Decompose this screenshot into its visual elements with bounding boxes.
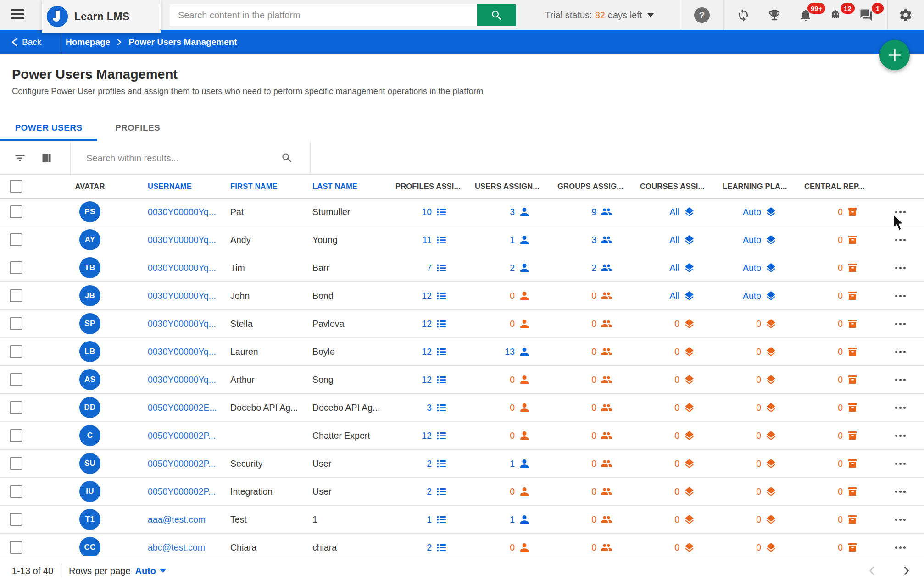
row-checkbox[interactable] xyxy=(10,513,22,526)
courses-assigned-cell[interactable]: 0 xyxy=(640,318,723,330)
users-assigned-cell[interactable]: 0 xyxy=(475,430,557,441)
central-repository-cell[interactable]: 0 xyxy=(804,402,885,413)
users-assigned-cell[interactable]: 0 xyxy=(475,290,557,301)
username-link[interactable]: abc@test.com xyxy=(148,542,230,553)
learning-plans-cell[interactable]: 0 xyxy=(723,542,804,553)
username-link[interactable]: 0030Y00000Yq... xyxy=(148,347,230,357)
row-menu-button[interactable] xyxy=(885,239,924,241)
users-assigned-cell[interactable]: 0 xyxy=(475,402,557,413)
profiles-assigned-cell[interactable]: 12 xyxy=(395,290,475,302)
username-link[interactable]: 0050Y000002P... xyxy=(148,486,230,497)
row-menu-button[interactable] xyxy=(885,519,924,521)
prev-page-button[interactable] xyxy=(866,556,878,585)
row-checkbox[interactable] xyxy=(10,345,22,358)
username-link[interactable]: 0050Y000002P... xyxy=(148,430,230,441)
username-link[interactable]: aaa@test.com xyxy=(148,514,230,525)
users-assigned-cell[interactable]: 13 xyxy=(475,346,557,357)
row-menu-button[interactable] xyxy=(885,435,924,437)
row-checkbox[interactable] xyxy=(10,373,22,386)
central-repository-cell[interactable]: 0 xyxy=(804,262,885,273)
learning-plans-cell[interactable]: 0 xyxy=(723,374,804,386)
col-header-last-name[interactable]: LAST NAME xyxy=(312,182,395,191)
learning-plans-cell[interactable]: 0 xyxy=(723,458,804,469)
groups-assigned-cell[interactable]: 0 xyxy=(557,430,640,442)
profiles-assigned-cell[interactable]: 2 xyxy=(395,458,475,469)
learning-plans-cell[interactable]: Auto xyxy=(723,262,804,274)
central-repository-cell[interactable]: 0 xyxy=(804,318,885,329)
gamification-button[interactable] xyxy=(764,0,785,30)
users-assigned-cell[interactable]: 0 xyxy=(475,542,557,553)
row-checkbox[interactable] xyxy=(10,205,22,218)
help-button[interactable]: ? xyxy=(692,0,712,30)
courses-assigned-cell[interactable]: 0 xyxy=(640,542,723,553)
row-menu-button[interactable] xyxy=(885,407,924,409)
courses-assigned-cell[interactable]: 0 xyxy=(640,430,723,442)
col-header-first-name[interactable]: FIRST NAME xyxy=(230,182,312,191)
central-repository-cell[interactable]: 0 xyxy=(804,430,885,441)
settings-button[interactable] xyxy=(896,0,916,30)
breadcrumb-homepage[interactable]: Homepage xyxy=(66,37,110,47)
username-link[interactable]: 0030Y00000Yq... xyxy=(148,319,230,329)
row-checkbox[interactable] xyxy=(10,289,22,302)
central-repository-cell[interactable]: 0 xyxy=(804,514,885,525)
groups-assigned-cell[interactable]: 0 xyxy=(557,290,640,302)
central-repository-cell[interactable]: 0 xyxy=(804,206,885,217)
tab-profiles[interactable]: PROFILES xyxy=(115,117,161,139)
row-checkbox[interactable] xyxy=(10,457,22,470)
row-checkbox[interactable] xyxy=(10,261,22,274)
row-menu-button[interactable] xyxy=(885,211,924,213)
central-repository-cell[interactable]: 0 xyxy=(804,374,885,385)
row-menu-button[interactable] xyxy=(885,491,924,493)
col-header-username[interactable]: USERNAME xyxy=(148,182,230,191)
users-assigned-cell[interactable]: 0 xyxy=(475,318,557,329)
profiles-assigned-cell[interactable]: 12 xyxy=(395,318,475,330)
groups-assigned-cell[interactable]: 0 xyxy=(557,402,640,414)
row-checkbox[interactable] xyxy=(10,233,22,246)
courses-assigned-cell[interactable]: 0 xyxy=(640,458,723,469)
global-search-button[interactable] xyxy=(477,4,516,26)
row-menu-button[interactable] xyxy=(885,267,924,269)
row-checkbox[interactable] xyxy=(10,429,22,442)
profiles-assigned-cell[interactable]: 12 xyxy=(395,430,475,442)
profiles-assigned-cell[interactable]: 2 xyxy=(395,486,475,497)
courses-assigned-cell[interactable]: All xyxy=(640,290,723,302)
courses-assigned-cell[interactable]: 0 xyxy=(640,346,723,358)
profiles-assigned-cell[interactable]: 7 xyxy=(395,262,475,274)
profiles-assigned-cell[interactable]: 3 xyxy=(395,402,475,414)
courses-assigned-cell[interactable]: 0 xyxy=(640,402,723,414)
learning-plans-cell[interactable]: 0 xyxy=(723,346,804,358)
courses-assigned-cell[interactable]: 0 xyxy=(640,374,723,386)
users-assigned-cell[interactable]: 2 xyxy=(475,262,557,273)
groups-assigned-cell[interactable]: 0 xyxy=(557,486,640,497)
learning-plans-cell[interactable]: 0 xyxy=(723,402,804,414)
username-link[interactable]: 0030Y00000Yq... xyxy=(148,207,230,217)
row-menu-button[interactable] xyxy=(885,295,924,297)
groups-assigned-cell[interactable]: 9 xyxy=(557,206,640,218)
username-link[interactable]: 0030Y00000Yq... xyxy=(148,235,230,245)
hamburger-menu-icon[interactable] xyxy=(11,9,25,21)
profiles-assigned-cell[interactable]: 2 xyxy=(395,542,475,553)
groups-assigned-cell[interactable]: 0 xyxy=(557,318,640,330)
learning-plans-cell[interactable]: 0 xyxy=(723,430,804,442)
row-checkbox[interactable] xyxy=(10,541,22,554)
learning-plans-cell[interactable]: Auto xyxy=(723,290,804,302)
username-link[interactable]: 0050Y000002E... xyxy=(148,403,230,413)
groups-assigned-cell[interactable]: 0 xyxy=(557,458,640,469)
courses-assigned-cell[interactable]: 0 xyxy=(640,514,723,525)
courses-assigned-cell[interactable]: All xyxy=(640,234,723,246)
add-power-user-fab[interactable] xyxy=(879,40,910,70)
row-checkbox[interactable] xyxy=(10,485,22,498)
profiles-assigned-cell[interactable]: 10 xyxy=(395,206,475,218)
learning-plans-cell[interactable]: Auto xyxy=(723,206,804,218)
row-menu-button[interactable] xyxy=(885,323,924,325)
next-page-button[interactable] xyxy=(900,556,912,585)
profiles-assigned-cell[interactable]: 11 xyxy=(395,234,475,246)
central-repository-cell[interactable]: 0 xyxy=(804,234,885,245)
users-assigned-cell[interactable]: 1 xyxy=(475,458,557,469)
groups-assigned-cell[interactable]: 3 xyxy=(557,234,640,246)
groups-assigned-cell[interactable]: 0 xyxy=(557,513,640,525)
learning-plans-cell[interactable]: 0 xyxy=(723,486,804,497)
courses-assigned-cell[interactable]: 0 xyxy=(640,486,723,497)
courses-assigned-cell[interactable]: All xyxy=(640,206,723,218)
global-search-input[interactable] xyxy=(170,4,477,26)
